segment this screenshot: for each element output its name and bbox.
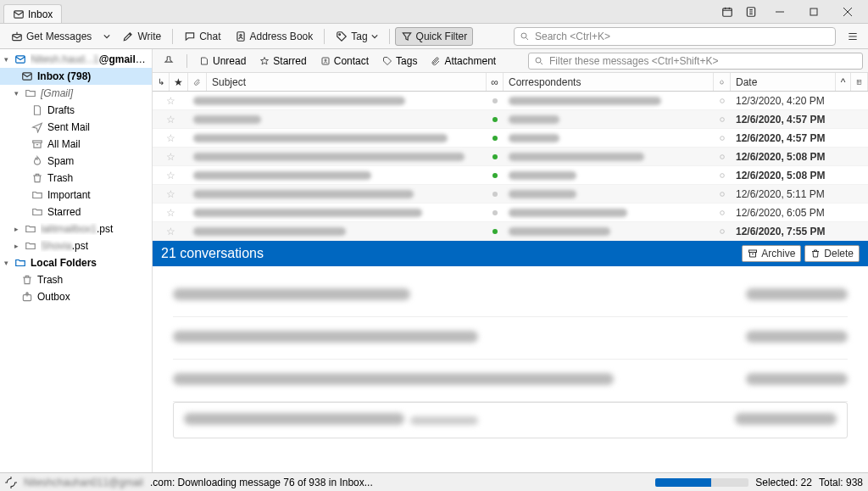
thread-column[interactable]: ↳ <box>153 73 170 91</box>
date-column[interactable]: Date <box>731 73 836 91</box>
outbox-node[interactable]: Outbox <box>0 288 152 305</box>
filter-attachment-button[interactable]: Attachment <box>426 53 501 70</box>
read-column[interactable] <box>714 73 731 91</box>
preview-item[interactable] <box>173 360 848 402</box>
column-headers: ↳ ★ Subject ∞ Correspondents Date ^ <box>153 73 868 92</box>
minimize-button[interactable] <box>763 0 797 24</box>
folder-icon <box>24 240 37 252</box>
pst2-node[interactable]: ▸ Shovia.pst <box>0 237 152 254</box>
account-node[interactable]: ▾ Nitesh.haud...1@gmail.com <box>0 51 152 68</box>
row-correspondent <box>504 204 714 221</box>
message-row[interactable]: ☆12/6/2020, 7:55 PM <box>153 222 868 241</box>
maximize-button[interactable] <box>797 0 831 24</box>
row-date: 12/6/2020, 4:57 PM <box>731 110 868 128</box>
drafts-label: Drafts <box>47 104 148 116</box>
attachment-column[interactable] <box>188 73 207 91</box>
row-correspondent <box>504 129 714 147</box>
all-mail-node[interactable]: All Mail <box>0 136 152 153</box>
svg-point-18 <box>536 58 541 63</box>
calendar-icon[interactable] <box>715 2 739 22</box>
star-icon[interactable]: ☆ <box>153 204 188 221</box>
window-tab[interactable]: Inbox <box>3 4 62 23</box>
fire-icon <box>31 155 44 167</box>
sent-node[interactable]: Sent Mail <box>0 119 152 136</box>
trash-node[interactable]: Trash <box>0 170 152 187</box>
chevron-down-icon: ▾ <box>12 89 20 98</box>
trash-label: Trash <box>47 172 148 184</box>
pst2-label: Shovia.pst <box>41 240 148 252</box>
account-label: Nitesh.haud...1@gmail.com <box>31 53 148 65</box>
important-node[interactable]: Important <box>0 187 152 204</box>
app-menu-button[interactable] <box>843 27 863 46</box>
filter-starred-button[interactable]: Starred <box>254 53 311 70</box>
row-subject <box>188 185 487 203</box>
inbox-node[interactable]: Inbox (798) <box>0 68 152 85</box>
star-icon[interactable]: ☆ <box>153 129 188 147</box>
svg-rect-28 <box>749 250 757 253</box>
read-icon <box>714 185 731 203</box>
correspondents-column[interactable]: Correspondents <box>504 73 714 91</box>
message-row[interactable]: ☆12/6/2020, 6:05 PM <box>153 204 868 222</box>
sent-label: Sent Mail <box>47 121 148 133</box>
star-column[interactable]: ★ <box>170 73 188 91</box>
keep-filters-toggle[interactable] <box>158 53 180 70</box>
star-icon[interactable]: ☆ <box>153 222 188 240</box>
filter-unread-button[interactable]: Unread <box>194 53 251 70</box>
local-folders-node[interactable]: ▾ Local Folders <box>0 254 152 271</box>
svg-point-11 <box>521 33 526 38</box>
svg-point-21 <box>721 117 725 121</box>
message-row[interactable]: ☆12/6/2020, 5:08 PM <box>153 166 868 185</box>
conversation-header: 21 conversations Archive Delete <box>153 241 868 266</box>
column-picker[interactable] <box>851 73 868 91</box>
row-status-dot <box>487 92 504 109</box>
archive-button[interactable]: Archive <box>742 245 801 262</box>
star-icon[interactable]: ☆ <box>153 148 188 165</box>
write-button[interactable]: Write <box>116 27 167 46</box>
drafts-node[interactable]: Drafts <box>0 102 152 119</box>
chat-button[interactable]: Chat <box>178 27 226 46</box>
quick-filter-button[interactable]: Quick Filter <box>395 27 474 46</box>
message-row[interactable]: ☆12/6/2020, 4:57 PM <box>153 129 868 148</box>
star-icon[interactable]: ☆ <box>153 110 188 128</box>
close-button[interactable] <box>831 0 865 24</box>
get-messages-dropdown[interactable] <box>99 27 114 46</box>
subject-column[interactable]: Subject <box>207 73 487 91</box>
star-icon[interactable]: ☆ <box>153 185 188 203</box>
svg-rect-19 <box>857 80 861 84</box>
preview-item[interactable] <box>173 275 848 317</box>
row-date: 12/6/2020, 5:11 PM <box>731 185 868 203</box>
search-placeholder: Search <Ctrl+K> <box>535 31 610 42</box>
junk-column[interactable]: ∞ <box>487 73 504 91</box>
delete-button[interactable]: Delete <box>804 245 860 262</box>
row-correspondent <box>504 148 714 165</box>
spam-node[interactable]: Spam <box>0 153 152 170</box>
message-row[interactable]: ☆12/6/2020, 5:08 PM <box>153 148 868 166</box>
sort-indicator[interactable]: ^ <box>836 73 851 91</box>
message-row[interactable]: ☆12/6/2020, 5:11 PM <box>153 185 868 204</box>
pst1-node[interactable]: ▸ lalitmailbox1.pst <box>0 220 152 237</box>
gmail-node[interactable]: ▾ [Gmail] <box>0 85 152 102</box>
filter-tags-button[interactable]: Tags <box>377 53 422 70</box>
star-icon[interactable]: ☆ <box>153 166 188 184</box>
starred-node[interactable]: Starred <box>0 204 152 220</box>
row-date: 12/6/2020, 4:57 PM <box>731 129 868 147</box>
message-row[interactable]: ☆12/6/2020, 4:57 PM <box>153 110 868 129</box>
all-mail-label: All Mail <box>47 138 148 150</box>
global-search-input[interactable]: Search <Ctrl+K> <box>514 27 836 46</box>
preview-item[interactable] <box>173 317 848 360</box>
tag-label: Tag <box>351 31 367 42</box>
address-book-button[interactable]: Address Book <box>229 27 320 46</box>
row-date: 12/6/2020, 5:08 PM <box>731 166 868 184</box>
star-icon[interactable]: ☆ <box>153 92 188 109</box>
folder-icon <box>24 87 37 99</box>
tasks-icon[interactable] <box>739 2 763 22</box>
get-messages-button[interactable]: Get Messages <box>5 27 97 46</box>
filter-contact-button[interactable]: Contact <box>315 53 374 70</box>
preview-item[interactable] <box>173 402 848 438</box>
message-row[interactable]: ☆12/3/2020, 4:20 PM <box>153 92 868 110</box>
filter-search-input[interactable]: Filter these messages <Ctrl+Shift+K> <box>528 53 863 70</box>
inbox-icon <box>20 70 34 82</box>
chat-label: Chat <box>199 31 220 42</box>
local-trash-node[interactable]: Trash <box>0 271 152 288</box>
tag-button[interactable]: Tag <box>330 27 383 46</box>
